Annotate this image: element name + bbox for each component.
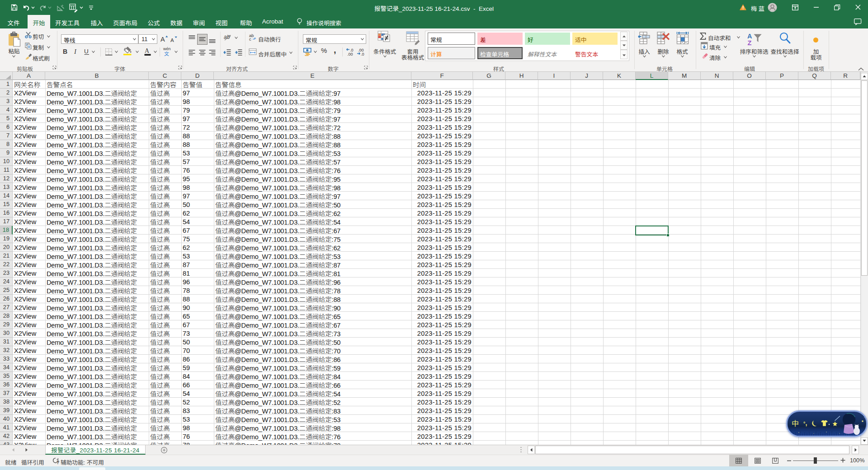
svg-text:?: ? [57,460,59,465]
svg-text:A: A [747,33,752,40]
svg-text:文: 文 [164,50,169,57]
svg-text:A: A [145,47,150,54]
svg-text:A: A [160,36,165,43]
svg-text:I: I [74,48,77,55]
svg-text:B: B [63,48,67,55]
svg-text:c: c [249,37,251,42]
svg-text:A: A [170,38,174,43]
svg-text:Z: Z [748,39,752,47]
svg-text:ab: ab [224,34,230,40]
svg-text:U: U [84,48,89,55]
